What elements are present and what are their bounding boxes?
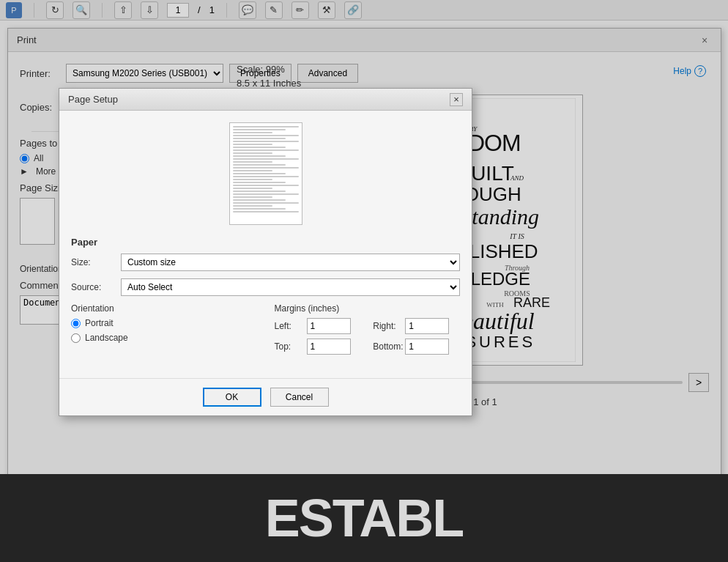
bottom-input[interactable] — [405, 339, 449, 355]
size-row: Size: Custom size — [71, 254, 460, 271]
preview-line — [233, 149, 299, 151]
bottom-margin: Bottom: — [373, 339, 460, 355]
preview-line — [233, 185, 299, 186]
preview-line — [233, 155, 286, 157]
preview-line — [233, 147, 286, 148]
preview-line — [233, 188, 272, 189]
portrait-radio[interactable] — [71, 319, 81, 328]
modal-footer: OK Cancel — [59, 378, 472, 415]
preview-line — [233, 161, 272, 163]
preview-line — [233, 208, 286, 210]
preview-line — [233, 176, 299, 177]
preview-line — [233, 196, 272, 198]
size-select[interactable]: Custom size — [121, 254, 460, 271]
page-setup-modal: Page Setup × — [59, 88, 472, 416]
preview-line — [233, 170, 272, 171]
preview-line — [233, 138, 286, 139]
modal-body: Paper Size: Custom size Source: Auto Sel… — [59, 111, 472, 378]
top-margin: Top: — [275, 339, 362, 355]
landscape-option[interactable]: Landscape — [71, 333, 257, 343]
preview-line — [233, 158, 299, 160]
preview-lines — [233, 126, 299, 212]
right-input[interactable] — [405, 318, 449, 334]
preview-line — [233, 164, 286, 166]
preview-line — [233, 152, 272, 154]
preview-line — [233, 193, 299, 195]
source-label: Source: — [71, 282, 115, 292]
preview-line — [233, 191, 286, 192]
preview-line — [233, 135, 299, 136]
preview-line — [233, 173, 286, 174]
preview-line — [233, 129, 286, 130]
size-label: Size: — [71, 257, 115, 267]
source-row: Source: Auto Select — [71, 278, 460, 296]
left-input[interactable] — [307, 318, 351, 334]
modal-title-text: Page Setup — [68, 94, 118, 105]
ok-button[interactable]: OK — [203, 388, 261, 407]
margins-section: Margins (inches) Left: Right: Top: — [275, 303, 461, 355]
preview-line — [233, 182, 286, 183]
landscape-label: Landscape — [85, 333, 128, 343]
paper-section-label: Paper — [71, 237, 460, 248]
modal-close-btn[interactable]: × — [450, 93, 463, 106]
portrait-option[interactable]: Portrait — [71, 318, 257, 328]
modal-preview — [229, 122, 302, 225]
top-input[interactable] — [307, 339, 351, 355]
preview-line — [233, 126, 299, 127]
bottom-label: Bottom: — [373, 341, 401, 352]
preview-line — [233, 144, 272, 145]
source-select[interactable]: Auto Select — [121, 278, 460, 296]
preview-line — [233, 205, 272, 207]
left-label: Left: — [275, 321, 302, 331]
right-margin: Right: — [373, 318, 460, 334]
orientation-section: Orientation Portrait Landscape — [71, 303, 257, 355]
margins-sublabel: Margins (inches) — [275, 303, 461, 314]
preview-line — [233, 132, 272, 133]
preview-line — [233, 167, 299, 169]
preview-line — [233, 141, 299, 142]
modal-titlebar: Page Setup × — [59, 89, 472, 111]
right-label: Right: — [373, 321, 401, 331]
margins-grid: Left: Right: Top: Bottom: — [275, 318, 461, 355]
preview-line — [233, 202, 299, 204]
modal-cancel-button[interactable]: Cancel — [270, 388, 329, 407]
left-margin: Left: — [275, 318, 362, 334]
orientation-options: Portrait Landscape — [71, 318, 257, 343]
portrait-label: Portrait — [85, 318, 114, 328]
preview-line — [233, 211, 299, 212]
top-label: Top: — [275, 341, 302, 352]
orientation-sublabel: Orientation — [71, 303, 257, 314]
landscape-radio[interactable] — [71, 333, 81, 343]
preview-line — [233, 179, 272, 180]
preview-line — [233, 199, 286, 201]
orientation-margins-row: Orientation Portrait Landscape Margins — [71, 303, 460, 355]
